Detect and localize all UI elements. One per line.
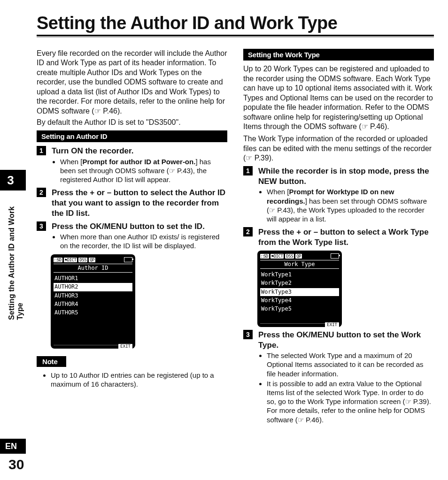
lcd-row: WorkType5 <box>260 305 339 313</box>
wt-step-1-text: While the recorder is in stop mode, pres… <box>258 166 434 187</box>
section-note: Note <box>37 356 66 367</box>
lang-badge: EN <box>0 439 26 454</box>
lcd-row: WorkType1 <box>260 271 339 279</box>
wt-step-2-text: Press the + or – button to select a Work… <box>258 227 434 248</box>
wt-intro-2: The Work Type information of the recorde… <box>243 134 434 163</box>
step-marker-3: 3 <box>37 221 46 231</box>
wt-step-1-bullet: When [Prompt for Worktype ID on new reco… <box>267 187 434 223</box>
step-marker-2: 2 <box>243 227 253 236</box>
step-2-text: Press the + or – button to select the Au… <box>52 188 227 218</box>
wt-step-3: 3 Press the OK/MENU button to set the Wo… <box>243 330 434 350</box>
wt-step-1: 1 While the recorder is in stop mode, pr… <box>243 166 434 187</box>
step-marker-3: 3 <box>243 330 253 339</box>
step-3: 3 Press the OK/MENU button to set the ID… <box>37 221 227 232</box>
lcd-row-selected: AUTHOR2 <box>54 283 132 291</box>
lcd-icon-sd: ⬚SD <box>54 258 62 262</box>
lcd-row: AUTHOR1 <box>54 274 132 282</box>
lcd-icon-qp: QP <box>295 254 302 259</box>
step-3-bullet: When more than one Author ID exists/ is … <box>60 232 227 250</box>
lcd-row: WorkType4 <box>260 297 339 305</box>
wt-step-3-bullet-2: It is possible to add an extra Value to … <box>267 379 434 424</box>
step-marker-2: 2 <box>37 188 46 197</box>
side-tab: 3 Setting the Author ID and Work Type <box>0 170 26 311</box>
lcd-work-type: ⬚SD ⚑DICT DSS QP Work Type WorkType1 Wor… <box>257 251 342 327</box>
lcd-title: Author ID <box>54 264 132 273</box>
lcd-title: Work Type <box>260 260 339 269</box>
lcd-row: AUTHOR4 <box>54 300 132 308</box>
manual-page: 3 Setting the Author ID and Work Type EN… <box>0 0 448 480</box>
lcd-icon-dict: ⚑DICT <box>64 258 77 262</box>
lcd-exit: EXIT <box>118 344 132 350</box>
lcd-icon-dss: DSS <box>78 258 87 262</box>
wt-step-2: 2 Press the + or – button to select a Wo… <box>243 227 434 248</box>
page-number: 30 <box>8 457 24 472</box>
lcd-row: AUTHOR5 <box>54 309 132 317</box>
intro-text-1: Every file recorded on the recorder will… <box>37 49 227 116</box>
side-title: Setting the Author ID and Work Type <box>0 193 24 320</box>
lcd-icon-qp: QP <box>89 258 95 262</box>
chapter-number: 3 <box>0 170 26 190</box>
lcd-row-selected: WorkType3 <box>260 288 339 296</box>
wt-intro-1: Up to 20 Work Types can be registered an… <box>243 64 434 131</box>
step-marker-1: 1 <box>37 146 46 155</box>
step-marker-1: 1 <box>243 166 253 175</box>
intro-text-2: By default the Author ID is set to "DS35… <box>37 118 227 127</box>
wt-step-3-text: Press the OK/MENU button to set the Work… <box>258 330 434 350</box>
lcd-exit: EXIT <box>325 322 339 328</box>
step-3-text: Press the OK/MENU button to set the ID. <box>52 221 227 232</box>
left-column: Every file recorded on the recorder will… <box>37 49 227 464</box>
lcd-icon-dict: ⚑DICT <box>270 254 284 259</box>
lcd-icon-sd: ⬚SD <box>260 254 269 259</box>
step-1: 1 Turn ON the recorder. <box>37 146 227 156</box>
lcd-author-id: ⬚SD ⚑DICT DSS QP Author ID AUTHOR1 AUTHO… <box>51 254 135 349</box>
page-title: Setting the Author ID and Work Type <box>37 14 434 38</box>
lcd-row: AUTHOR3 <box>54 292 132 300</box>
wt-step-3-bullet-1: The selected Work Type and a maximum of … <box>267 351 434 378</box>
lcd-icon-dss: DSS <box>285 254 294 259</box>
step-1-bullet: When [Prompt for author ID at Power-on.]… <box>60 157 227 184</box>
step-2: 2 Press the + or – button to select the … <box>37 188 227 218</box>
section-author-id: Setting an Author ID <box>37 130 227 142</box>
battery-icon <box>331 253 339 259</box>
section-work-type: Setting the Work Type <box>243 49 434 61</box>
note-bullet: Up to 10 Author ID entries can be regist… <box>51 371 227 389</box>
lcd-row: WorkType2 <box>260 279 339 287</box>
right-column: Setting the Work Type Up to 20 Work Type… <box>243 49 434 464</box>
battery-icon <box>124 257 132 262</box>
step-1-text: Turn ON the recorder. <box>52 146 227 156</box>
